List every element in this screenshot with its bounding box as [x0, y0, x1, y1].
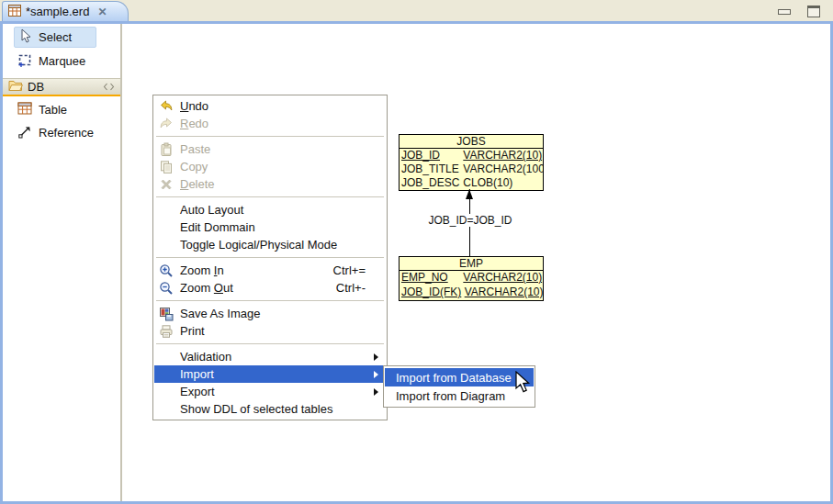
- column-name: JOB_ID: [401, 149, 460, 162]
- folder-icon: [8, 79, 23, 95]
- entity-emp[interactable]: EMPEMP_NO VARCHAR2(10)JOB_ID(FK) VARCHAR…: [399, 256, 544, 301]
- menu-item-redo[interactable]: Redo: [154, 115, 386, 132]
- collapse-pin-icon[interactable]: [103, 83, 115, 91]
- menu-item-label: Undo: [180, 99, 208, 113]
- table-icon: [17, 102, 32, 118]
- palette-item-label: Reference: [39, 126, 94, 140]
- menu-item-label: Save As Image: [180, 307, 260, 320]
- menu-item-undo[interactable]: Undo: [154, 97, 386, 115]
- menu-item-validation[interactable]: Validation: [154, 348, 386, 365]
- menu-item-save-as-image[interactable]: Save As Image: [154, 305, 386, 322]
- menu-item-label: Paste: [180, 142, 210, 156]
- save-image-icon: [157, 307, 175, 321]
- column-type: VARCHAR2(10): [463, 271, 542, 284]
- entity-column-emp-no[interactable]: EMP_NO VARCHAR2(10): [400, 271, 543, 286]
- column-name: JOB_ID(FK): [401, 286, 461, 299]
- palette-item-label: Marquee: [39, 54, 85, 68]
- palette-item-table[interactable]: Table: [17, 99, 120, 119]
- menu-item-delete[interactable]: Delete: [154, 175, 386, 193]
- relationship-arrowhead: [466, 189, 473, 199]
- submenu-arrow-icon: [374, 371, 378, 378]
- palette-drawer-db[interactable]: DB: [3, 78, 120, 96]
- menu-item-toggle-logical-physical-mode[interactable]: Toggle Logical/Physical Mode: [154, 236, 386, 253]
- copy-icon: [157, 160, 175, 174]
- minimize-view-icon[interactable]: [778, 9, 791, 15]
- undo-icon: [157, 99, 175, 113]
- erd-file-icon: [8, 4, 21, 20]
- paste-icon: [157, 142, 175, 157]
- submenu-arrow-icon: [374, 388, 378, 396]
- tab-title: *sample.erd: [26, 5, 89, 18]
- menu-item-label: Copy: [180, 160, 208, 174]
- menu-item-show-ddl-of-selected-tables[interactable]: Show DDL of selected tables: [154, 400, 386, 418]
- submenu-arrow-icon: [374, 353, 378, 361]
- palette-item-marquee[interactable]: Marquee: [14, 50, 96, 72]
- menu-separator: [154, 340, 386, 348]
- entity-column-job-id[interactable]: JOB_ID VARCHAR2(10): [400, 149, 543, 162]
- menu-item-label: Delete: [180, 177, 215, 191]
- palette-item-label: Table: [39, 103, 67, 117]
- menu-item-label: Print: [180, 324, 205, 338]
- editor-tab-sample-erd[interactable]: *sample.erd ✕: [2, 1, 129, 21]
- menu-item-label: Export: [180, 385, 215, 398]
- entity-title: EMP: [400, 257, 543, 271]
- print-icon: [157, 324, 175, 339]
- menu-item-label: Edit Dommain: [180, 220, 255, 234]
- menu-item-export[interactable]: Export: [154, 383, 386, 400]
- entity-column-job-title[interactable]: JOB_TITLE VARCHAR2(100): [400, 162, 543, 176]
- menu-separator: [154, 297, 386, 305]
- submenu-item-import-from-database[interactable]: Import from Database: [385, 368, 534, 386]
- submenu-item-import-from-diagram[interactable]: Import from Diagram: [385, 386, 534, 405]
- column-type: VARCHAR2(100): [463, 162, 543, 175]
- editor-tab-bar: *sample.erd ✕: [0, 0, 833, 21]
- redo-icon: [157, 117, 175, 130]
- menu-item-label: Zoom Out: [180, 281, 233, 295]
- tab-close-icon[interactable]: ✕: [97, 6, 107, 18]
- palette-item-label: Select: [39, 30, 72, 44]
- entity-column-job-id-fk[interactable]: JOB_ID(FK) VARCHAR2(10): [400, 286, 543, 300]
- marquee-icon: [17, 52, 32, 70]
- menu-item-label: Toggle Logical/Physical Mode: [180, 238, 337, 252]
- menu-item-copy[interactable]: Copy: [154, 158, 386, 175]
- menu-item-zoom-in[interactable]: Zoom InCtrl+=: [154, 262, 386, 279]
- menu-item-edit-dommain[interactable]: Edit Dommain: [154, 218, 386, 236]
- menu-item-label: Validation: [180, 350, 231, 364]
- context-menu: UndoRedoPasteCopyDeleteAuto LayoutEdit D…: [152, 95, 388, 420]
- palette-item-reference[interactable]: Reference: [17, 122, 120, 142]
- menu-item-shortcut: Ctrl+-: [336, 281, 386, 295]
- drawer-label: DB: [28, 80, 44, 94]
- entity-column-job-desc[interactable]: JOB_DESC CLOB(10): [400, 176, 543, 190]
- palette-item-select[interactable]: Select: [14, 27, 96, 48]
- relationship-label: JOB_ID=JOB_ID: [426, 214, 514, 227]
- menu-item-paste[interactable]: Paste: [154, 140, 386, 158]
- menu-item-zoom-out[interactable]: Zoom OutCtrl+-: [154, 279, 386, 297]
- menu-item-label: Import: [180, 367, 214, 381]
- entity-title: JOBS: [400, 135, 543, 149]
- submenu-item-label: Import from Diagram: [396, 389, 505, 403]
- select-cursor-icon: [18, 28, 32, 46]
- menu-separator: [154, 193, 386, 201]
- column-type: VARCHAR2(10): [465, 286, 543, 298]
- menu-separator: [154, 132, 386, 140]
- menu-item-label: Show DDL of selected tables: [180, 402, 332, 416]
- menu-item-label: Auto Layout: [180, 203, 243, 217]
- submenu-item-label: Import from Database: [396, 371, 512, 385]
- menu-item-label: Redo: [180, 117, 208, 130]
- import-submenu: Import from DatabaseImport from Diagram: [383, 365, 535, 408]
- zoom-in-icon: [157, 263, 175, 278]
- menu-item-label: Zoom In: [180, 263, 224, 277]
- zoom-out-icon: [157, 281, 175, 296]
- maximize-view-icon[interactable]: [807, 6, 820, 17]
- column-name: JOB_DESC: [401, 176, 460, 189]
- menu-item-import[interactable]: Import: [154, 365, 386, 383]
- menu-item-print[interactable]: Print: [154, 322, 386, 340]
- column-type: VARCHAR2(10): [463, 149, 542, 162]
- tool-palette: Select Marquee DB Table: [3, 24, 122, 501]
- entity-jobs[interactable]: JOBSJOB_ID VARCHAR2(10)JOB_TITLE VARCHAR…: [399, 134, 544, 191]
- menu-separator: [154, 253, 386, 262]
- column-type: CLOB(10): [463, 176, 512, 189]
- delete-icon: [157, 177, 175, 192]
- menu-item-auto-layout[interactable]: Auto Layout: [154, 201, 386, 218]
- column-name: JOB_TITLE: [401, 162, 460, 175]
- menu-item-shortcut: Ctrl+=: [333, 263, 386, 277]
